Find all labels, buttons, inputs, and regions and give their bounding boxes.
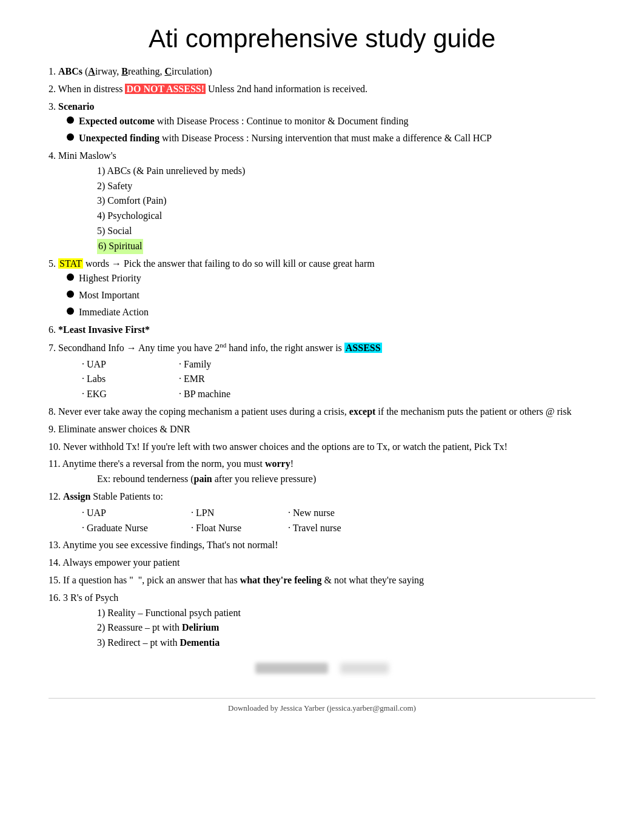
- item-8: 8. Never ever take away the coping mecha…: [49, 404, 595, 420]
- item-12-col3-row1: · New nurse: [288, 506, 385, 521]
- item-4-sub-3: 3) Comfort (Pain): [97, 193, 595, 209]
- item-4-sub: 1) ABCs (& Pain unrelieved by meds) 2) S…: [97, 164, 595, 254]
- item-6: 6. *Least Invasive First*: [49, 323, 595, 338]
- item-11-sub: Ex: rebound tenderness (pain after you r…: [97, 472, 595, 487]
- item-15: 15. If a question has " ", pick an answe…: [49, 573, 595, 588]
- item-4-sub-1: 1) ABCs (& Pain unrelieved by meds): [97, 164, 595, 179]
- item-8-text: Never ever take away the coping mechanis…: [58, 406, 571, 417]
- item-3-bullet-1-text: Expected outcome with Disease Process : …: [79, 114, 408, 129]
- item-11: 11. Anytime there's a reversal from the …: [49, 457, 595, 487]
- item-2: 2. When in distress DO NOT ASSESS! Unles…: [49, 82, 595, 97]
- item-14: 14. Always empower your patient: [49, 555, 595, 571]
- item-12-col3-row2: · Travel nurse: [288, 521, 385, 536]
- item-7-col2-row1: · Family: [179, 357, 276, 372]
- item-16-number: 16. 3 R's of Psych: [49, 592, 118, 603]
- item-5-bullet-1-text: Highest Priority: [79, 271, 141, 286]
- item-10-number: 10.: [49, 441, 63, 452]
- item-8-number: 8.: [49, 406, 58, 417]
- item-15-number: 15.: [49, 575, 63, 585]
- item-2-text: When in distress: [58, 84, 126, 94]
- bullet-icon: [67, 307, 74, 315]
- item-16-sub-3: 3) Redirect – pt with Dementia: [97, 635, 595, 651]
- watermark-blur-1: [255, 663, 328, 674]
- item-4-sub-4: 4) Psychological: [97, 209, 595, 224]
- item-14-number: 14.: [49, 557, 62, 568]
- item-12-suffix: Stable Patients to:: [90, 491, 163, 501]
- item-5-bullet-2-text: Most Important: [79, 288, 139, 303]
- footer-text: Downloaded by Jessica Yarber (jessica.ya…: [228, 703, 416, 713]
- item-9-text: Eliminate answer choices & DNR: [58, 424, 190, 434]
- item-1-number: 1.: [49, 66, 58, 76]
- bullet-icon: [67, 273, 74, 281]
- item-14-text: Always empower your patient: [62, 557, 179, 568]
- item-6-text: *Least Invasive First*: [58, 324, 150, 335]
- item-13-text: Anytime you see excessive findings, That…: [62, 540, 278, 550]
- item-3-bullet-2: Unexpected finding with Disease Process …: [67, 131, 595, 146]
- item-10-text: Never withhold Tx! If you're left with t…: [63, 441, 508, 452]
- item-5: 5. STAT words → Pick the answer that fai…: [49, 257, 595, 320]
- item-4-sub-5: 5) Social: [97, 224, 595, 239]
- item-9-number: 9.: [49, 424, 58, 434]
- item-5-stat: STAT: [58, 258, 83, 269]
- item-3-bullet-1: Expected outcome with Disease Process : …: [67, 114, 595, 129]
- item-7-col2-row3: · BP machine: [179, 387, 276, 402]
- item-4: 4. Mini Maslow's 1) ABCs (& Pain unrelie…: [49, 149, 595, 254]
- bullet-icon: [67, 290, 74, 298]
- item-7-col1-row1: · UAP: [82, 357, 179, 372]
- item-12-cols: · UAP · LPN · New nurse · Graduate Nurse…: [82, 506, 595, 536]
- watermark-blur-2: [340, 663, 389, 674]
- item-12-col2-row2: · Float Nurse: [191, 521, 288, 536]
- item-3-number: 3.: [49, 101, 58, 112]
- item-6-number: 6.: [49, 324, 58, 335]
- item-7-col1-row3: · EKG: [82, 387, 179, 402]
- item-7-cols: · UAP · Family · Labs · EMR · EKG · BP m…: [82, 357, 595, 402]
- item-2-number: 2.: [49, 84, 58, 94]
- item-3-label: Scenario: [58, 101, 95, 112]
- item-5-bullet-2: Most Important: [67, 288, 595, 303]
- item-5-bullet-3: Immediate Action: [67, 305, 595, 320]
- item-12-text: Assign: [63, 491, 90, 501]
- item-5-bullet-3-text: Immediate Action: [79, 305, 149, 320]
- item-3: 3. Scenario Expected outcome with Diseas…: [49, 99, 595, 146]
- item-12-col2-row1: · LPN: [191, 506, 288, 521]
- item-4-sub-6: 6) Spiritual: [97, 239, 143, 254]
- item-7: 7. Secondhand Info → Any time you have 2…: [49, 340, 595, 403]
- item-2-highlight: DO NOT ASSESS!: [125, 84, 206, 94]
- item-7-col2-row2: · EMR: [179, 372, 276, 387]
- watermark-area: [49, 663, 595, 674]
- item-5-number: 5.: [49, 258, 58, 269]
- footer: Downloaded by Jessica Yarber (jessica.ya…: [49, 698, 595, 713]
- item-4-sub-2: 2) Safety: [97, 179, 595, 194]
- item-12: 12. Assign Stable Patients to: · UAP · L…: [49, 489, 595, 535]
- item-4-number: 4. Mini Maslow's: [49, 150, 116, 161]
- content-area: 1. ABCs (Airway, Breathing, Circulation)…: [49, 64, 595, 651]
- item-1-text: ABCs: [58, 66, 82, 76]
- page-title: Ati comprehensive study guide: [49, 24, 595, 53]
- item-12-col1-row2: · Graduate Nurse: [82, 521, 191, 536]
- item-5-text: words → Pick the answer that failing to …: [83, 258, 375, 269]
- item-1: 1. ABCs (Airway, Breathing, Circulation): [49, 64, 595, 79]
- item-12-number: 12.: [49, 491, 63, 501]
- item-1-subtext: (Airway, Breathing, Circulation): [82, 66, 212, 76]
- item-10: 10. Never withhold Tx! If you're left wi…: [49, 440, 595, 455]
- item-12-col1-row1: · UAP: [82, 506, 191, 521]
- item-7-number: 7.: [49, 343, 58, 353]
- item-16-sub-2: 2) Reassure – pt with Delirium: [97, 620, 595, 635]
- item-2-suffix: Unless 2nd hand information is received.: [206, 84, 367, 94]
- item-3-bullet-2-text: Unexpected finding with Disease Process …: [79, 131, 492, 146]
- item-11-text: Anytime there's a reversal from the norm…: [62, 458, 293, 469]
- item-15-text: If a question has " ", pick an answer th…: [63, 575, 424, 585]
- item-11-number: 11.: [49, 458, 62, 469]
- item-5-bullet-1: Highest Priority: [67, 271, 595, 286]
- item-9: 9. Eliminate answer choices & DNR: [49, 422, 595, 437]
- item-16-sub-1: 1) Reality – Functional psych patient: [97, 606, 595, 621]
- item-13: 13. Anytime you see excessive findings, …: [49, 538, 595, 553]
- item-16-sub: 1) Reality – Functional psych patient 2)…: [97, 606, 595, 651]
- item-7-assess: ASSESS: [344, 343, 382, 353]
- bullet-icon: [67, 116, 74, 124]
- item-13-number: 13.: [49, 540, 62, 550]
- bullet-icon: [67, 133, 74, 141]
- item-7-text: Secondhand Info → Any time you have 2nd …: [58, 343, 344, 353]
- item-7-col1-row2: · Labs: [82, 372, 179, 387]
- item-16: 16. 3 R's of Psych 1) Reality – Function…: [49, 591, 595, 651]
